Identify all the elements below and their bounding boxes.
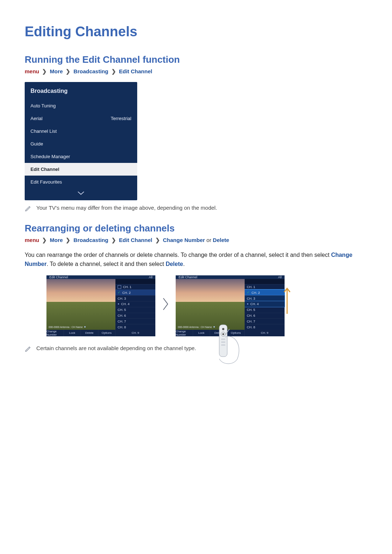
list-item[interactable]: ●CH. 4 bbox=[115, 301, 155, 307]
list-item[interactable]: CH. 1 bbox=[245, 284, 285, 290]
chevron-right-icon: ❯ bbox=[154, 237, 162, 243]
shot-preview: 000-0000 Antenna : CH Name bbox=[176, 279, 245, 330]
panel-item-label: Edit Favourites bbox=[30, 179, 62, 185]
dot-icon bbox=[84, 326, 86, 328]
nav-tail-or: or bbox=[207, 237, 213, 243]
list-item[interactable]: CH. 3 bbox=[115, 295, 155, 301]
panel-item-schedule-manager[interactable]: Schedule Manager bbox=[25, 150, 137, 163]
panel-item-channel-list[interactable]: Channel List bbox=[25, 125, 137, 138]
nav-seg-more: More bbox=[50, 237, 63, 243]
nav-menu: menu bbox=[25, 237, 39, 243]
shot-btn-change-number[interactable]: Change Number bbox=[46, 330, 64, 336]
panel-item-label: Guide bbox=[30, 141, 43, 147]
lock-icon: ● bbox=[247, 303, 249, 305]
section-heading-running: Running the Edit Channel function bbox=[25, 54, 367, 65]
shot-tab-all: All bbox=[149, 275, 152, 279]
panel-item-value: Terrestrial bbox=[111, 116, 131, 121]
shot-channel-list: CH. 1 ✓CH. 2 CH. 3 ●CH. 4 CH. 5 CH. 6 CH… bbox=[245, 279, 285, 330]
chevron-right-icon: ❯ bbox=[110, 237, 118, 243]
shot-title: Edit Channel bbox=[179, 275, 197, 279]
pencil-icon bbox=[25, 205, 31, 212]
checkbox-icon bbox=[118, 285, 121, 289]
nav-seg-broadcasting: Broadcasting bbox=[74, 68, 109, 74]
chevron-right-icon: ❯ bbox=[41, 237, 48, 243]
list-item[interactable]: CH. 6 bbox=[115, 313, 155, 319]
panel-item-label: Schedule Manager bbox=[30, 154, 70, 159]
panel-item-label: Auto Tuning bbox=[30, 103, 56, 108]
shot-btn-lock[interactable]: Lock bbox=[193, 330, 211, 336]
shot-preview: 000-0000 Antenna : CH Name bbox=[46, 279, 115, 330]
shot-btn-change-number[interactable]: Change Number bbox=[176, 330, 193, 336]
edit-channel-screenshots: Edit Channel All 000-0000 Antenna : CH N… bbox=[46, 275, 367, 334]
shot-btn-delete[interactable]: Delete bbox=[210, 330, 228, 336]
list-item[interactable]: CH. 8 bbox=[245, 324, 285, 330]
lock-icon: ● bbox=[118, 303, 119, 305]
chevron-right-icon: ❯ bbox=[64, 237, 72, 243]
panel-item-auto-tuning[interactable]: Auto Tuning bbox=[25, 99, 137, 112]
body-text: You can rearrange the order of channels … bbox=[25, 251, 367, 269]
shot-channel-list: CH. 1 ✓CH. 2 CH. 3 ●CH. 4 CH. 5 CH. 6 CH… bbox=[115, 279, 155, 330]
nav-seg-edit-channel: Edit Channel bbox=[119, 237, 152, 243]
list-item[interactable]: ✓CH. 2 bbox=[245, 290, 285, 295]
check-icon: ✓ bbox=[118, 291, 121, 294]
page-title: Editing Channels bbox=[25, 24, 367, 40]
shot-btn-options[interactable]: Options bbox=[228, 330, 245, 336]
list-item[interactable]: CH. 3 bbox=[245, 295, 285, 301]
shot-btn-delete[interactable]: Delete bbox=[81, 330, 98, 336]
shot-btn-options[interactable]: Options bbox=[98, 330, 116, 336]
nav-seg-delete: Delete bbox=[213, 237, 229, 243]
list-item[interactable]: CH. 5 bbox=[245, 307, 285, 313]
shot-tab-all: All bbox=[278, 275, 282, 279]
list-item[interactable]: CH. 6 bbox=[245, 313, 285, 319]
panel-item-label: Channel List bbox=[30, 128, 57, 134]
list-item[interactable]: CH. 5 bbox=[115, 307, 155, 313]
broadcasting-panel: Broadcasting Auto Tuning Aerial Terrestr… bbox=[25, 82, 137, 200]
list-item[interactable]: ●CH. 4 bbox=[245, 301, 285, 307]
screenshot-edit-channel-after: Edit Channel All 000-0000 Antenna : CH N… bbox=[176, 275, 285, 334]
term-delete: Delete bbox=[166, 261, 183, 267]
chevron-down-icon bbox=[77, 190, 85, 196]
nav-path-running: menu ❯ More ❯ Broadcasting ❯ Edit Channe… bbox=[25, 68, 367, 75]
panel-item-edit-channel[interactable]: Edit Channel bbox=[25, 163, 137, 176]
svg-rect-5 bbox=[221, 341, 225, 343]
list-item[interactable]: CH. 7 bbox=[245, 318, 285, 324]
note-text: Certain channels are not available depen… bbox=[36, 345, 196, 351]
check-icon: ✓ bbox=[247, 291, 250, 294]
panel-item-guide[interactable]: Guide bbox=[25, 138, 137, 150]
note-text: Your TV's menu may differ from the image… bbox=[36, 205, 217, 211]
panel-item-aerial[interactable]: Aerial Terrestrial bbox=[25, 112, 137, 125]
nav-seg-broadcasting: Broadcasting bbox=[74, 237, 109, 243]
shot-title: Edit Channel bbox=[49, 275, 68, 279]
panel-scroll-down[interactable] bbox=[25, 188, 137, 200]
chevron-right-icon: ❯ bbox=[41, 68, 48, 74]
panel-item-edit-favourites[interactable]: Edit Favourites bbox=[25, 176, 137, 188]
shot-info: 000-0000 Antenna : CH Name bbox=[178, 326, 215, 328]
chevron-right-icon: ❯ bbox=[64, 68, 72, 74]
list-item[interactable]: CH. 1 bbox=[115, 284, 155, 290]
chevron-right-icon: ❯ bbox=[110, 68, 118, 74]
shot-info: 000-0000 Antenna : CH Name bbox=[49, 326, 86, 328]
nav-seg-change-number: Change Number bbox=[163, 237, 205, 243]
nav-menu: menu bbox=[25, 68, 39, 74]
nav-path-rearranging: menu ❯ More ❯ Broadcasting ❯ Edit Channe… bbox=[25, 237, 367, 243]
nav-seg-edit-channel: Edit Channel bbox=[119, 68, 152, 74]
panel-item-label: Edit Channel bbox=[30, 167, 59, 172]
nav-seg-more: More bbox=[50, 68, 63, 74]
panel-item-label: Aerial bbox=[30, 116, 42, 121]
pencil-icon bbox=[25, 346, 31, 352]
section-heading-rearranging: Rearranging or deleting channels bbox=[25, 223, 367, 234]
list-item[interactable]: CH. 8 bbox=[115, 324, 155, 330]
list-item[interactable]: ✓CH. 2 bbox=[115, 290, 155, 295]
arrow-right-icon bbox=[162, 297, 169, 313]
panel-title: Broadcasting bbox=[25, 82, 137, 99]
svg-rect-4 bbox=[221, 338, 225, 340]
shot-btn-lock[interactable]: Lock bbox=[64, 330, 81, 336]
dot-icon bbox=[213, 326, 215, 328]
list-item[interactable]: CH. 7 bbox=[115, 318, 155, 324]
screenshot-edit-channel-before: Edit Channel All 000-0000 Antenna : CH N… bbox=[46, 275, 155, 334]
